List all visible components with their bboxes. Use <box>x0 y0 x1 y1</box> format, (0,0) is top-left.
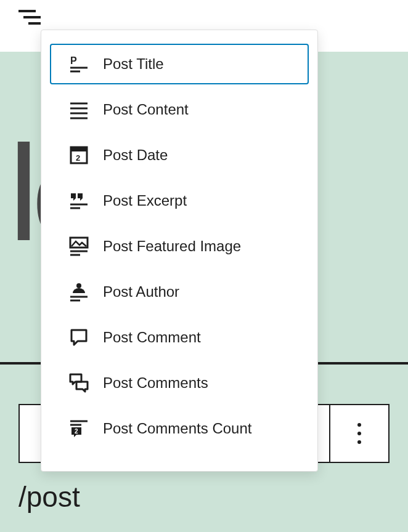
document-outline-button[interactable] <box>15 2 44 32</box>
menu-item-label: Post Content <box>103 101 294 118</box>
post-comments-count-icon: 2 <box>68 418 89 439</box>
svg-text:2: 2 <box>75 428 78 435</box>
menu-item-label: Post Comments Count <box>103 420 294 437</box>
post-title-icon: P <box>68 54 89 75</box>
menu-item-label: Post Featured Image <box>103 238 294 255</box>
post-comments-icon <box>68 373 89 393</box>
menu-item-label: Post Date <box>103 147 294 164</box>
post-date-icon: 2 <box>68 145 89 166</box>
menu-item-label: Post Excerpt <box>103 192 294 209</box>
slash-command-input-text[interactable]: /post <box>18 480 80 514</box>
post-author-icon <box>68 281 89 302</box>
menu-item-label: Post Author <box>103 283 294 300</box>
block-toolbar-more-button[interactable] <box>330 404 390 463</box>
svg-rect-11 <box>71 147 87 151</box>
document-outline-icon <box>18 9 41 26</box>
menu-item-post-featured-image[interactable]: Post Featured Image <box>50 226 309 267</box>
post-excerpt-icon <box>68 190 89 211</box>
svg-text:P: P <box>70 55 77 66</box>
menu-item-post-author[interactable]: Post Author <box>50 272 309 312</box>
menu-item-post-content[interactable]: Post Content <box>50 89 309 130</box>
block-inserter-popover: P Post Title Post Content 2 Post D <box>41 30 318 472</box>
menu-item-post-excerpt[interactable]: Post Excerpt <box>50 180 309 221</box>
post-featured-image-icon <box>68 236 89 257</box>
menu-item-post-comments-count[interactable]: 2 Post Comments Count <box>50 408 309 449</box>
more-vertical-icon <box>357 423 361 444</box>
menu-item-label: Post Comments <box>103 374 294 392</box>
svg-point-18 <box>76 283 81 288</box>
menu-item-post-date[interactable]: 2 Post Date <box>50 135 309 175</box>
svg-text:2: 2 <box>76 153 80 163</box>
post-comment-icon <box>68 327 89 348</box>
menu-item-label: Post Title <box>103 55 294 73</box>
menu-item-label: Post Comment <box>103 329 294 346</box>
menu-item-post-comment[interactable]: Post Comment <box>50 317 309 358</box>
menu-item-post-title[interactable]: P Post Title <box>50 44 309 84</box>
menu-item-post-comments[interactable]: Post Comments <box>50 363 309 403</box>
post-content-icon <box>68 99 89 120</box>
